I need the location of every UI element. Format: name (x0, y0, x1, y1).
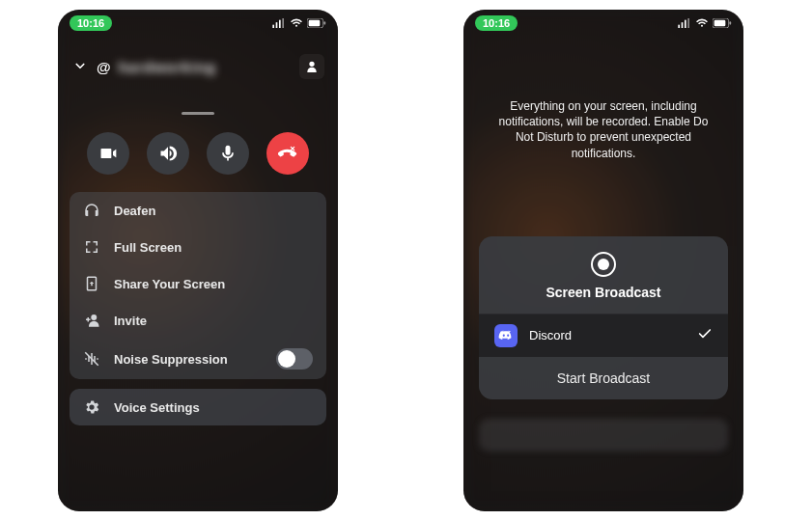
svg-rect-6 (324, 21, 326, 24)
broadcast-app-name: Discord (529, 328, 572, 342)
status-time-pill: 10:16 (70, 15, 112, 31)
broadcast-disclaimer: Everything on your screen, including not… (463, 37, 743, 161)
phone-screen-voice-menu: 10:16 @ hardworking (58, 10, 338, 511)
speaker-button[interactable] (147, 132, 189, 175)
signal-icon (272, 18, 286, 28)
svg-rect-5 (309, 20, 321, 27)
svg-rect-12 (714, 20, 726, 27)
gear-icon (83, 398, 100, 416)
status-time-pill: 10:16 (475, 15, 518, 31)
menu-deafen-label: Deafen (114, 204, 155, 218)
status-bar: 10:16 (463, 10, 743, 37)
noise-suppression-toggle[interactable] (276, 348, 313, 369)
signal-icon (678, 18, 691, 28)
svg-rect-1 (276, 22, 278, 28)
call-controls (58, 132, 338, 175)
battery-icon (307, 18, 326, 28)
headphones-icon (83, 202, 100, 219)
status-indicators (678, 18, 732, 28)
share-screen-icon (83, 275, 100, 292)
broadcast-title: Screen Broadcast (479, 285, 728, 300)
broadcast-app-row[interactable]: Discord (479, 315, 728, 357)
chevron-down-icon[interactable] (71, 57, 89, 77)
phone-screen-broadcast: 10:16 Everything on your screen, includi… (463, 10, 743, 511)
invite-icon (83, 312, 100, 329)
start-broadcast-button[interactable]: Start Broadcast (479, 357, 728, 399)
status-bar: 10:16 (58, 10, 338, 37)
discord-app-icon (494, 324, 518, 347)
voice-settings-card: Voice Settings (70, 389, 326, 425)
check-icon (697, 326, 713, 344)
menu-noise-suppression-label: Noise Suppression (114, 352, 228, 367)
status-indicators (272, 18, 326, 28)
menu-invite-label: Invite (114, 314, 147, 328)
members-button[interactable] (299, 54, 324, 79)
battery-icon (713, 18, 732, 28)
svg-rect-0 (272, 25, 274, 28)
noise-suppression-icon (83, 350, 100, 368)
wifi-icon (695, 18, 709, 28)
drag-handle[interactable] (182, 112, 214, 115)
wifi-icon (290, 18, 303, 28)
svg-rect-7 (678, 25, 680, 28)
fullscreen-icon (83, 238, 100, 256)
menu-fullscreen[interactable]: Full Screen (70, 229, 326, 265)
menu-fullscreen-label: Full Screen (114, 240, 182, 255)
voice-menu: Deafen Full Screen Share Your Screen Inv… (70, 192, 326, 379)
svg-rect-8 (682, 22, 684, 28)
svg-rect-2 (279, 20, 281, 28)
menu-share-screen-label: Share Your Screen (114, 277, 225, 291)
menu-voice-settings[interactable]: Voice Settings (70, 389, 326, 425)
at-sign-icon: @ (97, 59, 111, 75)
svg-rect-3 (282, 18, 284, 28)
broadcast-card: Screen Broadcast Discord Start Broadcast (479, 236, 728, 399)
menu-deafen[interactable]: Deafen (70, 192, 326, 229)
channel-name: hardworking (119, 59, 216, 75)
blurred-row (479, 419, 728, 452)
svg-rect-10 (687, 18, 689, 28)
record-icon (591, 252, 616, 277)
svg-rect-13 (730, 21, 732, 24)
call-header: @ hardworking (58, 37, 338, 83)
camera-button[interactable] (87, 132, 129, 175)
broadcast-header: Screen Broadcast (479, 236, 728, 315)
menu-voice-settings-label: Voice Settings (114, 400, 200, 415)
hangup-button[interactable] (266, 132, 309, 175)
mute-button[interactable] (207, 132, 249, 175)
svg-rect-9 (685, 20, 686, 28)
menu-share-screen[interactable]: Share Your Screen (70, 265, 326, 302)
menu-noise-suppression[interactable]: Noise Suppression (70, 339, 326, 379)
menu-invite[interactable]: Invite (70, 302, 326, 339)
